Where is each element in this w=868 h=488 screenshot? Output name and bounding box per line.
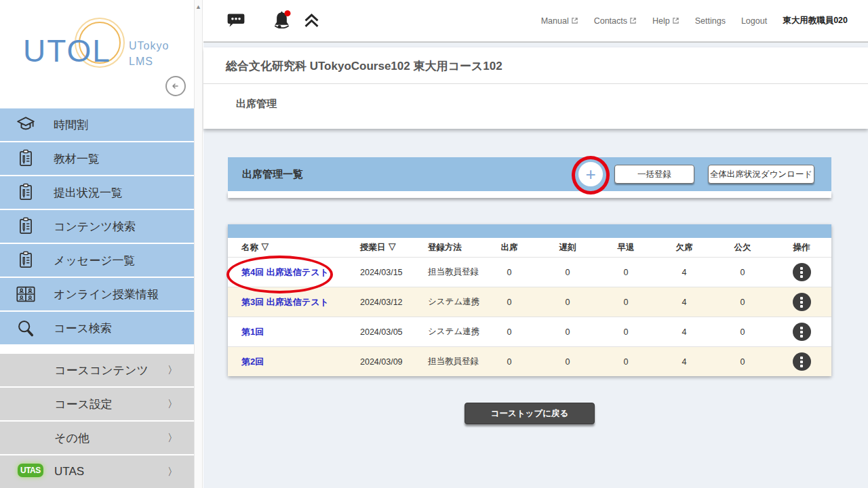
nav-label: Contacts <box>594 16 627 26</box>
sidebar-group-label: コースコンテンツ <box>54 363 149 378</box>
sidebar-item-materials[interactable]: 教材一覧 <box>0 142 194 175</box>
nav-label: Manual <box>541 16 569 26</box>
late-count: 0 <box>538 268 597 277</box>
session-link[interactable]: 第4回 出席送信テスト <box>241 267 329 277</box>
register-method: 担当教員登録 <box>428 356 480 367</box>
sidebar-item-course-search[interactable]: コース検索 <box>0 312 194 344</box>
attendance-table: 名称 ▽ 授業日 ▽ 登録方法 出席 遅刻 早退 欠席 公欠 操作 第4回 出席… <box>228 224 831 376</box>
panel-title: 出席管理一覧 <box>242 168 303 181</box>
sidebar-item-timetable[interactable]: 時間割 <box>0 108 194 141</box>
table-row: 第4回 出席送信テスト 2024/03/15 担当教員登録 0 0 0 4 0 <box>228 257 831 287</box>
sidebar-groups: コースコンテンツ 〉 コース設定 〉 その他 〉 UTAS UTAS 〉 <box>0 354 194 488</box>
main-area: Manual Contacts Help Settings Logout 東大用… <box>203 0 868 488</box>
arrow-left-icon <box>170 81 181 92</box>
username: 東大用教職員020 <box>783 15 848 26</box>
nav-manual-link[interactable]: Manual <box>541 16 578 26</box>
messages-icon[interactable] <box>226 12 246 30</box>
notification-bell-icon[interactable] <box>271 9 293 33</box>
sidebar-item-label: オンライン授業情報 <box>54 287 159 302</box>
topbar: Manual Contacts Help Settings Logout 東大用… <box>203 0 868 43</box>
sidebar-group-course-contents[interactable]: コースコンテンツ 〉 <box>0 354 194 386</box>
table-row: 第2回 2024/03/09 担当教員登録 0 0 0 4 0 <box>228 346 831 376</box>
absent-count: 4 <box>655 327 713 337</box>
present-count: 0 <box>480 357 538 367</box>
session-link[interactable]: 第2回 <box>241 357 264 367</box>
col-name-header[interactable]: 名称 ▽ <box>228 242 360 253</box>
col-date-header[interactable]: 授業日 ▽ <box>360 242 428 253</box>
sidebar: UTOL UTokyo LMS 時間割 教材一覧 提 <box>0 0 194 488</box>
sidebar-item-submissions[interactable]: 提出状況一覧 <box>0 176 194 209</box>
class-date: 2024/03/05 <box>360 327 428 337</box>
clipboard-icon <box>14 217 37 236</box>
row-actions-menu-icon[interactable] <box>793 323 811 341</box>
topbar-nav: Manual Contacts Help Settings Logout 東大用… <box>541 15 868 26</box>
sidebar-item-label: 提出状況一覧 <box>54 185 123 201</box>
nav-settings-link[interactable]: Settings <box>695 16 726 26</box>
sidebar-item-online-class[interactable]: オンライン授業情報 <box>0 278 194 310</box>
sidebar-item-messages[interactable]: メッセージ一覧 <box>0 244 194 277</box>
excused-count: 0 <box>713 357 772 367</box>
nav-contacts-link[interactable]: Contacts <box>594 16 637 26</box>
nav-label: Help <box>652 16 670 26</box>
content: 出席管理一覧 + 一括登録 全体出席状況ダウンロード 名称 ▽ 授業日 ▽ 登録… <box>228 157 831 424</box>
present-count: 0 <box>480 268 538 277</box>
sidebar-item-label: コース検索 <box>54 321 112 336</box>
session-link[interactable]: 第3回 出席送信テスト <box>241 297 329 307</box>
sidebar-item-label: コンテンツ検索 <box>54 219 136 235</box>
download-all-attendance-button[interactable]: 全体出席状況ダウンロード <box>708 165 814 184</box>
class-date: 2024/03/12 <box>360 298 428 307</box>
sidebar-collapse-button[interactable] <box>165 76 186 96</box>
chevron-right-icon: 〉 <box>167 398 178 411</box>
bulk-register-button[interactable]: 一括登録 <box>614 165 694 184</box>
present-count: 0 <box>480 298 538 307</box>
clipboard-icon <box>14 149 37 168</box>
nav-label: Settings <box>695 16 726 26</box>
late-count: 0 <box>538 357 597 367</box>
session-link[interactable]: 第1回 <box>241 327 264 337</box>
col-actions-header: 操作 <box>772 242 831 253</box>
early-count: 0 <box>597 298 655 307</box>
external-link-icon <box>571 17 578 24</box>
early-count: 0 <box>597 327 655 337</box>
sidebar-item-content-search[interactable]: コンテンツ検索 <box>0 210 194 243</box>
panel-buttons: 一括登録 全体出席状況ダウンロード <box>614 165 814 184</box>
chevron-right-icon: 〉 <box>167 364 178 377</box>
add-attendance-button[interactable]: + <box>578 162 603 186</box>
panel-strip <box>228 191 831 198</box>
sidebar-group-label: コース設定 <box>54 396 113 412</box>
excused-count: 0 <box>713 268 772 277</box>
col-absent-header: 欠席 <box>655 242 713 253</box>
back-to-course-top-button[interactable]: コーストップに戻る <box>465 403 595 424</box>
row-actions-menu-icon[interactable] <box>793 293 811 311</box>
col-method-header: 登録方法 <box>428 242 480 253</box>
external-link-icon <box>672 17 679 24</box>
sidebar-item-label: 教材一覧 <box>54 151 100 167</box>
sidebar-menu: 時間割 教材一覧 提出状況一覧 コンテンツ検索 メッセージ一覧 <box>0 108 194 344</box>
row-actions-menu-icon[interactable] <box>793 263 811 281</box>
present-count: 0 <box>480 327 538 337</box>
absent-count: 4 <box>655 298 713 307</box>
col-late-header: 遅刻 <box>538 242 597 253</box>
nav-help-link[interactable]: Help <box>652 16 679 26</box>
register-method: システム連携 <box>428 296 480 308</box>
chevron-right-icon: 〉 <box>167 466 178 479</box>
table-row: 第1回 2024/03/05 システム連携 0 0 0 4 0 <box>228 317 831 346</box>
scroll-up-arrow-icon[interactable]: ▲ <box>195 0 202 10</box>
vertical-scrollbar[interactable]: ▲ <box>194 0 203 488</box>
col-excused-header: 公欠 <box>713 242 772 253</box>
absent-count: 4 <box>655 268 713 277</box>
chevron-right-icon: 〉 <box>167 432 178 445</box>
external-link-icon <box>629 17 637 24</box>
col-present-header: 出席 <box>480 242 538 253</box>
row-actions-menu-icon[interactable] <box>793 352 811 371</box>
absent-count: 4 <box>655 357 713 367</box>
late-count: 0 <box>538 327 597 337</box>
nav-logout-link[interactable]: Logout <box>741 16 767 26</box>
sidebar-group-course-settings[interactable]: コース設定 〉 <box>0 388 194 420</box>
sidebar-group-others[interactable]: その他 〉 <box>0 422 194 454</box>
clipboard-icon <box>14 183 37 202</box>
sidebar-group-utas[interactable]: UTAS UTAS 〉 <box>0 455 194 488</box>
collapse-topbar-icon[interactable] <box>302 12 321 30</box>
register-method: 担当教員登録 <box>428 266 480 278</box>
page-title: 出席管理 <box>203 84 868 129</box>
